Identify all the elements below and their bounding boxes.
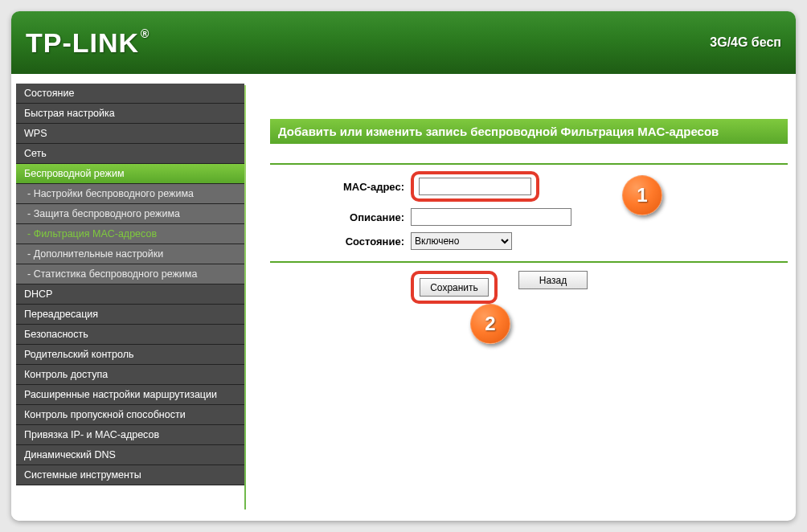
sidebar-item[interactable]: Расширенные настройки маршрутизации (16, 385, 244, 405)
sidebar-item[interactable]: - Дополнительные настройки (16, 244, 244, 264)
header: TP-LINK® 3G/4G бесп (11, 11, 796, 74)
sidebar-item[interactable]: Привязка IP- и MAC-адресов (16, 425, 244, 445)
state-select[interactable]: Включено (411, 232, 512, 250)
sidebar-item[interactable]: Сеть (16, 144, 244, 164)
highlight-mac (411, 171, 539, 202)
sidebar-item[interactable]: Системные инструменты (16, 465, 244, 485)
header-subtitle: 3G/4G бесп (710, 35, 781, 50)
logo-text: TP-LINK (26, 27, 139, 58)
logo: TP-LINK® (26, 27, 150, 59)
nav-menu: СостояниеБыстрая настройкаWPSСетьБеспров… (16, 84, 244, 485)
callout-2: 2 (470, 304, 510, 344)
sidebar-item[interactable]: - Настройки беспроводного режима (16, 184, 244, 204)
sidebar-item[interactable]: Беспроводной режим (16, 164, 244, 184)
page-title: Добавить или изменить запись беспроводно… (270, 119, 788, 144)
description-label: Описание: (270, 211, 411, 223)
sidebar-item[interactable]: Динамический DNS (16, 445, 244, 465)
save-button[interactable]: Сохранить (420, 278, 489, 297)
sidebar-item[interactable]: WPS (16, 124, 244, 144)
button-row: Сохранить Назад (411, 271, 788, 304)
sidebar-item[interactable]: Безопасность (16, 325, 244, 345)
sidebar-item[interactable]: Переадресация (16, 305, 244, 325)
sidebar-item[interactable]: Контроль пропускной способности (16, 405, 244, 425)
mac-label: MAC-адрес: (270, 181, 411, 193)
highlight-save: Сохранить (411, 271, 498, 304)
divider (270, 261, 788, 263)
mac-input[interactable] (419, 178, 531, 195)
row-description: Описание: (270, 208, 788, 226)
description-input[interactable] (411, 208, 571, 226)
divider (270, 163, 788, 165)
sidebar-item[interactable]: - Фильтрация MAC-адресов (16, 224, 244, 244)
sidebar: СостояниеБыстрая настройкаWPSСетьБеспров… (11, 74, 244, 521)
sidebar-item[interactable]: Родительский контроль (16, 345, 244, 365)
callout-1: 1 (622, 175, 662, 215)
row-state: Состояние: Включено (270, 232, 788, 250)
sidebar-item[interactable]: - Защита беспроводного режима (16, 204, 244, 224)
state-label: Состояние: (270, 235, 411, 248)
row-mac: MAC-адрес: (270, 171, 788, 202)
sidebar-item[interactable]: Контроль доступа (16, 365, 244, 385)
main-content: Добавить или изменить запись беспроводно… (246, 74, 796, 521)
sidebar-item[interactable]: DHCP (16, 284, 244, 305)
logo-reg: ® (141, 27, 150, 40)
back-button[interactable]: Назад (518, 271, 588, 289)
sidebar-item[interactable]: Состояние (16, 84, 244, 104)
sidebar-item[interactable]: Быстрая настройка (16, 104, 244, 124)
sidebar-item[interactable]: - Статистика беспроводного режима (16, 264, 244, 284)
